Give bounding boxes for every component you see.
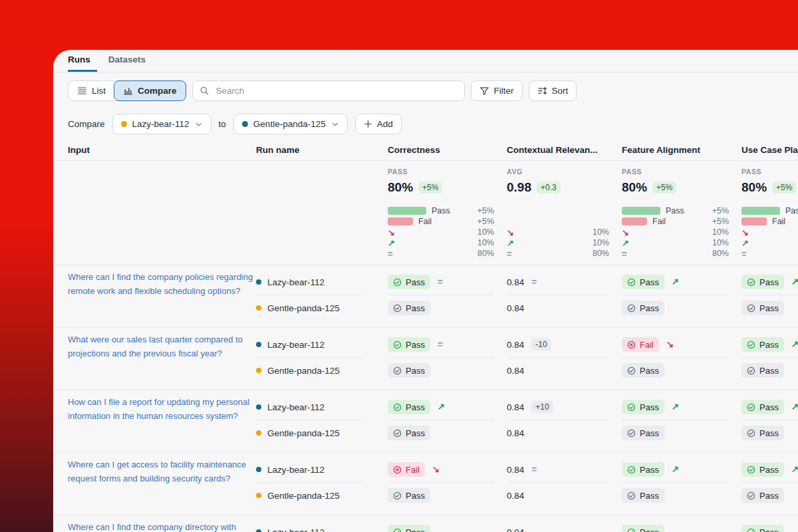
list-view-button[interactable]: List bbox=[68, 80, 114, 101]
check-circle-icon bbox=[747, 403, 755, 412]
run-name-label: Gentle-panda-125 bbox=[267, 428, 340, 438]
pass-badge: Pass bbox=[622, 426, 664, 440]
metric-value: 80% bbox=[622, 180, 647, 195]
result-entry: Pass↗ bbox=[741, 332, 798, 358]
sort-button[interactable]: Sort bbox=[529, 80, 577, 101]
run-name-label: Lazy-bear-112 bbox=[267, 402, 325, 412]
run-name-label: Lazy-bear-112 bbox=[267, 277, 325, 287]
legend-fail: Fail+5% bbox=[388, 216, 494, 227]
search-box[interactable] bbox=[192, 80, 465, 101]
legend-regressed: ↘10% bbox=[622, 227, 729, 237]
input-question-link[interactable]: What were our sales last quarter compare… bbox=[68, 332, 256, 360]
run-name-label: Lazy-bear-112 bbox=[267, 340, 325, 350]
badge-label: Pass bbox=[406, 277, 425, 287]
result-entry: Fail↘ bbox=[388, 457, 494, 483]
feature-alignment-cell: Fail↘Pass bbox=[622, 328, 741, 390]
table-row[interactable]: What were our sales last quarter compare… bbox=[53, 328, 798, 390]
badge-label: Pass bbox=[640, 402, 659, 412]
contextual-relevance-cell: 0.84-100.84 bbox=[507, 328, 622, 390]
fail-badge: Fail bbox=[388, 462, 425, 477]
metric-value: 0.98 bbox=[507, 180, 531, 195]
score-value: 0.84 bbox=[507, 491, 524, 501]
check-circle-icon bbox=[747, 278, 755, 287]
metric-delta-badge: +5% bbox=[652, 182, 676, 194]
view-toggle: List Compare bbox=[68, 80, 186, 101]
check-circle-icon bbox=[747, 491, 755, 500]
fail-bar bbox=[622, 217, 647, 225]
pass-bar bbox=[388, 207, 426, 215]
score-value: 0.84 bbox=[507, 402, 524, 412]
result-entry: 0.84= bbox=[507, 269, 609, 295]
badge-label: Fail bbox=[640, 340, 654, 350]
badge-label: Pass bbox=[640, 491, 659, 501]
run-color-dot bbox=[256, 368, 261, 373]
result-entry: Pass= bbox=[388, 332, 494, 358]
score-delta-badge: +10 bbox=[531, 401, 553, 413]
trend-down-icon: ↘ bbox=[507, 228, 514, 237]
use-case-cell: Pass↗Pass bbox=[741, 265, 798, 327]
filter-button[interactable]: Filter bbox=[471, 80, 523, 101]
result-entry: Pass bbox=[741, 519, 798, 532]
add-run-button[interactable]: Add bbox=[355, 114, 402, 134]
run-name-label: Lazy-bear-112 bbox=[267, 465, 325, 475]
run-name-label: Gentle-panda-125 bbox=[267, 491, 340, 501]
equal-indicator: = bbox=[531, 465, 537, 474]
run-color-dot bbox=[256, 529, 261, 532]
trend-up-icon: ↗ bbox=[622, 239, 629, 247]
check-circle-icon bbox=[627, 304, 636, 313]
table-row[interactable]: Where can I get access to facility maint… bbox=[53, 453, 798, 515]
input-question-link[interactable]: Where can I find the company policies re… bbox=[68, 270, 256, 298]
compare-view-label: Compare bbox=[138, 86, 177, 96]
result-entry: Pass bbox=[622, 420, 729, 446]
contextual-relevance-cell: 0.84+100.84 bbox=[507, 390, 622, 452]
metric-aggregate-label: PASS bbox=[388, 168, 494, 176]
pass-badge: Pass bbox=[741, 426, 784, 440]
trend-up-icon: ↗ bbox=[791, 277, 798, 287]
x-circle-icon bbox=[627, 340, 636, 349]
correctness-cell: Pass↗Pass bbox=[388, 390, 507, 452]
input-question-link[interactable]: How can I file a report for updating my … bbox=[68, 395, 256, 423]
pass-badge: Pass bbox=[388, 363, 430, 378]
baseline-run-dropdown[interactable]: Lazy-bear-112 bbox=[112, 114, 211, 134]
column-header-run-name: Run name bbox=[256, 145, 388, 155]
tab-datasets[interactable]: Datasets bbox=[108, 55, 152, 72]
legend-regressed: ↘10% bbox=[741, 227, 798, 237]
result-entry: 0.84 bbox=[507, 483, 609, 508]
legend-pass-label: Pass bbox=[785, 206, 798, 215]
result-entry: Pass bbox=[388, 420, 494, 446]
search-icon bbox=[200, 86, 209, 96]
legend-regressed-value: 10% bbox=[593, 227, 609, 237]
legend-unchanged-value: 80% bbox=[712, 249, 729, 258]
metric-delta-badge: +5% bbox=[772, 182, 796, 194]
badge-label: Pass bbox=[406, 491, 425, 501]
metric-aggregate-label: PASS bbox=[622, 168, 729, 176]
chevron-down-icon bbox=[195, 120, 203, 128]
result-entry: 0.84 bbox=[507, 420, 609, 446]
badge-label: Pass bbox=[759, 277, 779, 287]
result-entry: Pass bbox=[622, 483, 729, 508]
pass-badge: Pass bbox=[388, 337, 430, 352]
table-row[interactable]: Where can I find the company policies re… bbox=[53, 265, 798, 328]
search-input[interactable] bbox=[215, 85, 458, 96]
tab-runs[interactable]: Runs bbox=[68, 55, 97, 72]
summary-spacer bbox=[256, 166, 388, 265]
column-header-use-case: Use Case Pla bbox=[741, 145, 798, 155]
run-name-cell: Lazy-bear-112Gentle-panda-125 bbox=[256, 390, 388, 452]
compare-view-button[interactable]: Compare bbox=[114, 80, 186, 101]
metric-value-row: 0.98+0.3 bbox=[507, 179, 609, 196]
badge-label: Pass bbox=[759, 491, 779, 501]
summary-cell-correctness: PASS80%+5%Pass+5%Fail+5%↘10%↗10%=80% bbox=[388, 166, 507, 265]
run-color-dot bbox=[256, 342, 261, 347]
equal-indicator: = bbox=[438, 340, 443, 349]
comparison-run-dropdown[interactable]: Gentle-panda-125 bbox=[233, 114, 348, 134]
input-question-link[interactable]: Where can I find the company directory w… bbox=[68, 520, 256, 532]
pass-badge: Pass bbox=[388, 275, 430, 289]
legend-regressed-value: 10% bbox=[712, 227, 729, 237]
table-row[interactable]: How can I file a report for updating my … bbox=[53, 390, 798, 453]
run-name-cell: Lazy-bear-112Gentle-panda-125 bbox=[256, 265, 388, 327]
table-row[interactable]: Where can I find the company directory w… bbox=[53, 515, 798, 532]
equal-indicator: = bbox=[388, 249, 393, 258]
trend-up-icon: ↗ bbox=[791, 402, 798, 412]
legend-fail-value: +5% bbox=[712, 217, 729, 226]
input-question-link[interactable]: Where can I get access to facility maint… bbox=[68, 458, 256, 485]
